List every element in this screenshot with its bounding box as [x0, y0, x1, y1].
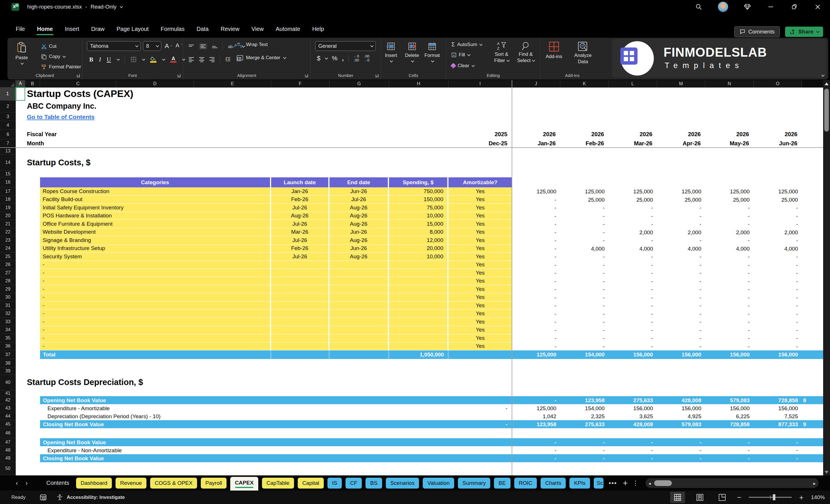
fiscal-year-value[interactable]: 2026: [609, 131, 652, 138]
row-header-43[interactable]: 43: [0, 404, 16, 412]
tabs-overflow-ellipsis[interactable]: •••: [609, 479, 617, 487]
dep-monthly-value[interactable]: -: [560, 447, 605, 454]
row-header-38[interactable]: 38: [0, 359, 16, 368]
cell-end-date[interactable]: Jul-26: [329, 196, 388, 204]
cell-category[interactable]: -: [40, 293, 270, 302]
cell-monthly-value[interactable]: 125,000: [657, 189, 701, 196]
dep-monthly-value[interactable]: 275,633: [560, 421, 605, 428]
merge-center-button[interactable]: Merge & Center: [237, 55, 285, 61]
font-size-select[interactable]: 8: [143, 41, 161, 51]
row-header-34[interactable]: 34: [0, 326, 16, 335]
scroll-up-icon[interactable]: [825, 83, 829, 85]
dep-monthly-value[interactable]: 728,858: [754, 397, 798, 404]
cell-launch-date[interactable]: Mar-26: [271, 228, 329, 237]
month-value[interactable]: May-26: [705, 140, 749, 147]
cell-monthly-value[interactable]: -: [560, 319, 605, 326]
cell-amortizable[interactable]: Yes: [448, 318, 512, 326]
cell-monthly-value[interactable]: -: [754, 221, 798, 228]
total-monthly-value[interactable]: 156,000: [754, 351, 798, 358]
cell-spending[interactable]: [389, 326, 448, 335]
cell-monthly-value[interactable]: -: [657, 262, 701, 269]
dep-monthly-value[interactable]: 6,225: [705, 413, 749, 420]
total-monthly-value[interactable]: 125,000: [512, 351, 556, 358]
dep-row-label[interactable]: Expenditure - Amortizable: [47, 405, 248, 412]
accessibility-icon[interactable]: [56, 494, 63, 501]
insert-cells-button[interactable]: Insert: [385, 42, 397, 62]
cell-monthly-value[interactable]: -: [609, 344, 653, 351]
cell-spending[interactable]: [389, 342, 448, 351]
cell-launch-date[interactable]: Feb-26: [271, 196, 329, 204]
cell-monthly-value[interactable]: 2,000: [705, 229, 749, 237]
cell-monthly-value[interactable]: 4,000: [609, 246, 653, 253]
cell-end-date[interactable]: [329, 302, 388, 310]
cell-monthly-value[interactable]: -: [512, 327, 556, 335]
cell-spending[interactable]: 150,000: [389, 196, 448, 204]
dep-monthly-value[interactable]: -: [560, 439, 605, 446]
dep-monthly-value[interactable]: 579,083: [657, 421, 701, 428]
cell-monthly-value[interactable]: -: [512, 319, 556, 326]
menu-file[interactable]: File: [16, 26, 25, 35]
dep-dec-value[interactable]: -: [448, 421, 507, 428]
align-bottom-icon[interactable]: [212, 44, 217, 48]
user-avatar[interactable]: [718, 2, 728, 12]
cell-launch-date[interactable]: Aug-26: [271, 212, 329, 220]
cell-monthly-value[interactable]: -: [657, 278, 701, 285]
zoom-level[interactable]: 140%: [811, 494, 825, 501]
cell-amortizable[interactable]: Yes: [448, 285, 512, 293]
cell-monthly-value[interactable]: -: [512, 262, 556, 269]
cell-monthly-value[interactable]: -: [754, 319, 798, 326]
row-header-14[interactable]: 14: [0, 154, 16, 171]
menu-review[interactable]: Review: [221, 26, 240, 35]
cell-monthly-value[interactable]: -: [705, 221, 749, 228]
cell-monthly-value[interactable]: -: [609, 238, 653, 245]
cell-monthly-value[interactable]: -: [512, 303, 556, 310]
dep-monthly-value[interactable]: -: [754, 447, 798, 454]
cell-category[interactable]: -: [40, 285, 270, 293]
dep-monthly-value[interactable]: 154,000: [560, 405, 605, 412]
cell-amortizable[interactable]: Yes: [448, 245, 512, 253]
sheet-tab-sc[interactable]: Sc: [594, 478, 604, 489]
dep-monthly-value[interactable]: -: [705, 447, 749, 454]
cell-category[interactable]: Website Development: [40, 228, 270, 237]
align-center-icon[interactable]: [199, 57, 204, 62]
cell-monthly-value[interactable]: -: [705, 327, 749, 335]
cell-category[interactable]: -: [40, 310, 270, 318]
fiscal-year-value[interactable]: 2026: [657, 131, 701, 138]
row-header-47[interactable]: 47: [0, 438, 16, 446]
dep-dec-value[interactable]: -: [448, 405, 507, 412]
column-header-E[interactable]: E: [194, 80, 271, 88]
row-header-18[interactable]: 18: [0, 196, 16, 204]
cell-monthly-value[interactable]: -: [657, 327, 701, 335]
dep-monthly-value[interactable]: 1,042: [512, 413, 556, 420]
cell-spending[interactable]: [389, 277, 448, 285]
cell-monthly-value[interactable]: -: [512, 335, 556, 342]
dep-row-label[interactable]: Expenditure - Non-Amortizable: [47, 447, 248, 454]
cell-launch-date[interactable]: [271, 269, 329, 277]
cell-end-date[interactable]: Aug-26: [329, 204, 388, 212]
menu-draw[interactable]: Draw: [91, 26, 105, 35]
cell-monthly-value[interactable]: -: [512, 221, 556, 228]
row-header-30[interactable]: 30: [0, 293, 16, 302]
tab-options-kebab-icon[interactable]: ⋮: [632, 479, 639, 487]
column-header-J[interactable]: J: [512, 80, 560, 88]
cell-monthly-value[interactable]: -: [754, 286, 798, 293]
page-break-view-button[interactable]: [715, 492, 730, 503]
cell-amortizable[interactable]: Yes: [448, 187, 512, 196]
cell-launch-date[interactable]: [271, 342, 329, 351]
cell-amortizable[interactable]: Yes: [448, 212, 512, 220]
cell-monthly-value[interactable]: -: [609, 286, 653, 293]
cell-monthly-value[interactable]: -: [754, 303, 798, 310]
column-header-I[interactable]: I: [448, 80, 512, 88]
column-header-L[interactable]: L: [609, 80, 657, 88]
table-header-amortizable-[interactable]: Amortizable?: [448, 177, 512, 187]
dep-monthly-value[interactable]: 156,000: [754, 405, 798, 412]
delete-cells-button[interactable]: Delete: [405, 42, 419, 62]
cell-amortizable[interactable]: Yes: [448, 302, 512, 310]
cell-end-date[interactable]: [329, 342, 388, 351]
dep-monthly-value[interactable]: 4,925: [657, 413, 701, 420]
fill-button[interactable]: Fill: [451, 52, 470, 58]
cell-monthly-value[interactable]: -: [560, 221, 605, 228]
format-painter-button[interactable]: Format Painter: [41, 64, 81, 70]
cell-monthly-value[interactable]: -: [657, 238, 701, 245]
dep-monthly-value[interactable]: -: [657, 455, 701, 462]
